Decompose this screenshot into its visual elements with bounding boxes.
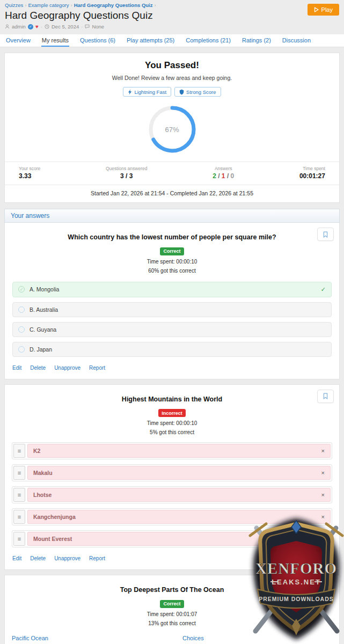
question-percent-correct: 60% got this correct: [12, 268, 332, 274]
comments-value: None: [92, 24, 104, 30]
answers-unanswered-count: 0: [231, 172, 235, 180]
sort-item[interactable]: ≡ Lhotse×: [12, 486, 332, 503]
radio-icon: ✓: [18, 286, 25, 292]
play-icon: [314, 7, 319, 12]
tab-ratings[interactable]: Ratings (2): [241, 34, 272, 47]
question-time-spent: Time spent: 00:01:07: [12, 611, 332, 617]
tab-overview[interactable]: Overview: [5, 34, 31, 47]
stat-answers: Answers 2 / 1 / 0: [213, 166, 234, 180]
choices-title: Choices: [182, 635, 332, 641]
badge-label: Lightning Fast: [134, 89, 166, 95]
tab-questions[interactable]: Questions (6): [79, 34, 116, 47]
report-link[interactable]: Report: [89, 555, 105, 561]
drag-handle-icon[interactable]: ≡: [13, 466, 25, 480]
stats-row: Your score 3.33 Questions answered 3 / 3…: [5, 162, 339, 185]
breadcrumb-separator: ›: [154, 2, 156, 8]
drag-handle-icon[interactable]: ≡: [13, 444, 25, 458]
remove-icon[interactable]: ×: [321, 514, 325, 520]
option-label: C. Guyana: [30, 326, 56, 333]
result-subheading: Well Done! Review a few areas and keep g…: [5, 75, 339, 81]
sort-item-label: Lhotse: [33, 492, 52, 498]
breadcrumb-quizzes[interactable]: Quizzes: [5, 2, 23, 8]
question-percent-correct: 13% got this correct: [12, 620, 332, 626]
delete-link[interactable]: Delete: [30, 555, 46, 561]
breadcrumb-category[interactable]: Example category: [28, 2, 69, 8]
sort-item[interactable]: ≡ Kangchenjunga×: [12, 508, 332, 525]
tab-completions[interactable]: Completions (21): [185, 34, 231, 47]
question-card-1: Which country has the lowest number of p…: [4, 223, 340, 379]
breadcrumb-separator: ›: [25, 2, 26, 8]
clock-icon: [45, 24, 49, 29]
status-badge: Incorrect: [158, 409, 186, 417]
sort-item[interactable]: ≡ K2×: [12, 442, 332, 459]
meta-separator: ·: [81, 24, 83, 30]
delete-link[interactable]: Delete: [30, 365, 46, 371]
sortable-list: ≡ K2× ≡ Makalu× ≡ Lhotse× ≡ Kangchenjung…: [12, 442, 332, 547]
drag-handle-icon[interactable]: ≡: [13, 488, 25, 502]
stat-time-spent: Time spent 00:01:27: [299, 166, 325, 180]
status-badge: Correct: [160, 247, 184, 255]
bookmark-icon: [323, 231, 328, 238]
badge-strong-score: Strong Score: [174, 87, 221, 97]
score-percent: 67%: [147, 104, 198, 155]
edit-link[interactable]: Edit: [12, 555, 21, 561]
drag-handle-icon[interactable]: ≡: [13, 510, 25, 524]
remove-icon[interactable]: ×: [321, 448, 325, 454]
sort-item-label: Makalu: [33, 470, 53, 476]
remove-icon[interactable]: ×: [321, 470, 325, 476]
edit-link[interactable]: Edit: [12, 365, 21, 371]
stat-label: Time spent: [299, 166, 325, 171]
option-a-correct[interactable]: ✓ A. Mongolia ✓: [12, 282, 332, 297]
bookmark-icon: [323, 393, 328, 399]
question-time-spent: Time spent: 00:00:10: [12, 259, 332, 265]
play-button-label: Play: [321, 6, 333, 13]
meta-separator: ·: [41, 24, 42, 30]
moderator-actions: Edit Delete Unapprove Report: [12, 555, 332, 561]
option-b[interactable]: B. Australia: [12, 302, 332, 317]
sort-item[interactable]: ≡ Mount Everest×: [12, 530, 332, 547]
stat-label: Your score: [19, 166, 40, 171]
lightning-icon: [128, 89, 132, 95]
tab-discussion[interactable]: Discussion: [282, 34, 311, 47]
comment-icon: [85, 24, 90, 29]
option-label: A. Mongolia: [30, 286, 59, 292]
breadcrumb-quiz[interactable]: Hard Geography Questions Quiz: [74, 2, 153, 8]
remove-icon[interactable]: ×: [321, 536, 325, 542]
bookmark-button[interactable]: [317, 390, 334, 403]
bookmark-icon: [323, 584, 328, 590]
score-donut: 67%: [5, 97, 339, 162]
stat-value: 3.33: [19, 172, 40, 180]
report-link[interactable]: Report: [89, 365, 105, 371]
breadcrumb-separator: ›: [71, 2, 72, 8]
user-icon: [5, 24, 10, 29]
tab-play-attempts[interactable]: Play attempts (25): [126, 34, 175, 47]
breadcrumb: Quizzes›Example category›Hard Geography …: [5, 2, 339, 8]
question-title: Top Deepest Parts Of The Ocean: [34, 586, 310, 594]
tab-bar: Overview My results Questions (6) Play a…: [0, 34, 344, 47]
bookmark-button[interactable]: [317, 228, 334, 241]
unapprove-link[interactable]: Unapprove: [54, 555, 80, 561]
drag-handle-icon[interactable]: ≡: [13, 532, 25, 546]
unapprove-link[interactable]: Unapprove: [54, 365, 80, 371]
author-link[interactable]: admin: [12, 24, 26, 30]
sort-item-label: K2: [33, 448, 40, 454]
option-label: B. Australia: [30, 306, 58, 313]
choices-column: Choices: [182, 633, 332, 644]
shield-icon: [179, 89, 184, 95]
group-title-pacific: Pacific Ocean: [12, 635, 173, 641]
option-c[interactable]: C. Guyana: [12, 322, 332, 337]
bookmark-button[interactable]: [317, 580, 334, 594]
tab-my-results[interactable]: My results: [41, 34, 69, 47]
question-percent-correct: 5% got this correct: [12, 429, 332, 435]
play-button[interactable]: Play: [308, 4, 339, 16]
check-icon: ✓: [321, 286, 326, 293]
answers-separator: /: [218, 172, 219, 180]
stat-value: 3 / 3: [106, 172, 148, 180]
attempt-timeline: Started Jan 22, 2026 at 21:54 - Complete…: [5, 185, 339, 202]
question-card-2: Highest Mountains in the World Incorrect…: [4, 384, 340, 570]
option-d[interactable]: D. Japan: [12, 342, 332, 357]
sort-item[interactable]: ≡ Makalu×: [12, 464, 332, 481]
stat-value: 2 / 1 / 0: [213, 172, 234, 180]
remove-icon[interactable]: ×: [321, 492, 325, 498]
achievement-badges: Lightning Fast Strong Score: [5, 87, 339, 97]
